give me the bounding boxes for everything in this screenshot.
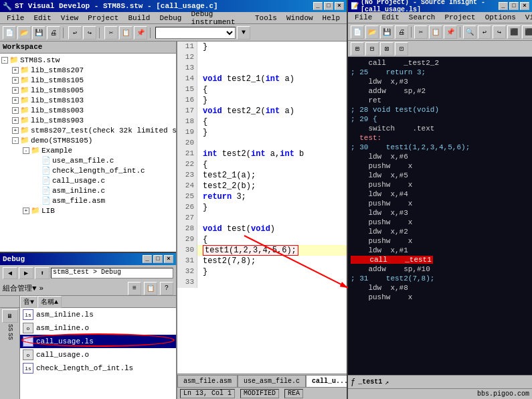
tree-lib005[interactable]: + 📁 lib_stm8s005	[1, 85, 175, 95]
tree-lib103[interactable]: + 📁 lib_stm8s103	[1, 95, 175, 105]
tree-call-usage[interactable]: 📄 call_usage.c	[1, 175, 175, 185]
undo-button[interactable]: ↩	[68, 26, 82, 39]
right-tb-4[interactable]: 🖨	[395, 25, 408, 39]
group-manage-expand[interactable]: »	[39, 285, 44, 293]
right-tb2-4[interactable]: ⊡	[395, 42, 408, 56]
right-tb-3[interactable]: 💾	[380, 25, 393, 39]
debug-item-call-usage-o[interactable]: o call_usage.o	[20, 348, 176, 362]
debug-close[interactable]: ×	[164, 255, 173, 263]
right-close[interactable]: ×	[520, 2, 529, 10]
debug-view-btn1[interactable]: ≡	[128, 282, 141, 295]
right-menu-edit[interactable]: Edit	[377, 13, 403, 22]
right-tb-1[interactable]: 📄	[351, 25, 364, 39]
right-maximize[interactable]: □	[509, 2, 519, 10]
maximize-button[interactable]: □	[324, 2, 333, 10]
rc-line-ldw3: ldw x,#3	[351, 77, 529, 86]
tree-asm-file[interactable]: 📄 asm_file.asm	[1, 195, 175, 206]
right-tb-7[interactable]: 📌	[444, 25, 457, 39]
save-button[interactable]: 💾	[32, 26, 46, 39]
code-editor[interactable]: 11 } 12 13 14 void	[177, 42, 347, 374]
right-menu-view[interactable]: View	[521, 13, 532, 22]
menu-window[interactable]: Window	[282, 13, 317, 23]
col-header-name[interactable]: 名稱▲	[37, 296, 62, 308]
open-button[interactable]: 📂	[17, 26, 31, 39]
right-tb-6[interactable]: 📋	[429, 25, 442, 39]
combo-btn[interactable]: ▼	[237, 26, 250, 39]
copy-button[interactable]: 📋	[119, 26, 132, 39]
right-tb-10[interactable]: ↪	[493, 25, 506, 39]
tree-check-len[interactable]: 📄 check_length_of_int.c	[1, 165, 175, 175]
debug-forward-button[interactable]: ▶	[19, 267, 33, 279]
right-tb-11[interactable]: ⬛	[507, 25, 521, 39]
debug-back-button[interactable]: ◀	[3, 267, 17, 279]
close-button[interactable]: ×	[335, 2, 344, 10]
tree-demo[interactable]: - 📁 demo(STM8S105)	[1, 135, 175, 145]
toolbar-combo[interactable]	[155, 27, 236, 39]
right-tb-2[interactable]: 📂	[365, 25, 379, 39]
rc-text-call-test1: call _test1	[351, 256, 433, 264]
debug-help-btn[interactable]: ?	[160, 282, 173, 295]
debug-minimize[interactable]: _	[143, 255, 152, 263]
tree-lib[interactable]: + 📁 LIB	[1, 206, 175, 216]
207test-expand[interactable]: +	[12, 127, 19, 134]
tab-asm-file[interactable]: asm_file.asm	[177, 375, 238, 387]
right-menu-options[interactable]: Options	[481, 13, 520, 22]
right-tb-12[interactable]: ⬛	[522, 25, 532, 39]
tree-lib903[interactable]: + 📁 lib_stm8s903	[1, 115, 175, 125]
menu-view[interactable]: View	[57, 13, 82, 23]
lib903-expand[interactable]: +	[12, 117, 19, 124]
right-menu-file[interactable]: File	[351, 13, 376, 22]
tree-207test[interactable]: + 📁 stm8s207_test(check 32k limited size…	[1, 125, 175, 135]
right-tb2-3[interactable]: ⊠	[380, 42, 393, 56]
menu-debug[interactable]: Debug	[155, 13, 185, 23]
right-tb-5[interactable]: ✂	[414, 25, 428, 39]
debug-view-btn2[interactable]: 📋	[144, 282, 157, 295]
right-tb2-2[interactable]: ⊟	[365, 42, 379, 56]
right-tb-9[interactable]: ↩	[478, 25, 491, 39]
right-minimize[interactable]: _	[499, 2, 508, 10]
menu-help[interactable]: Help	[319, 13, 344, 23]
tree-lib003[interactable]: + 📁 lib_stm8s003	[1, 105, 175, 115]
tab-call-usage[interactable]: call_u...	[306, 375, 347, 387]
print-button[interactable]: 🖨	[47, 26, 60, 39]
right-tb2-1[interactable]: ⊞	[351, 42, 364, 56]
example-expand[interactable]: -	[23, 147, 29, 154]
lib-expand[interactable]: +	[23, 208, 29, 214]
tree-lib207[interactable]: + 📁 lib_stm8s207	[1, 65, 175, 75]
tree-lib105[interactable]: + 📁 lib_stm8s105	[1, 75, 175, 85]
debug-item-asm-inline-o[interactable]: o asm_inline.o	[20, 321, 176, 335]
tab-use-asm[interactable]: use_asm_file.c	[238, 375, 306, 387]
tree-example[interactable]: - 📁 Example	[1, 145, 175, 155]
debug-item-call-usage-ls[interactable]: ls call_usage.ls	[20, 335, 176, 348]
root-expand[interactable]: -	[1, 57, 8, 64]
lib207-expand[interactable]: +	[12, 67, 19, 74]
menu-tools[interactable]: Tools	[251, 13, 281, 23]
redo-button[interactable]: ↪	[83, 26, 96, 39]
lib005-expand[interactable]: +	[12, 87, 19, 94]
side-btn-1[interactable]: 🖥	[2, 309, 18, 323]
menu-project[interactable]: Project	[84, 13, 122, 23]
debug-up-button[interactable]: ⬆	[35, 267, 50, 279]
cut-button[interactable]: ✂	[104, 26, 118, 39]
lib003-expand[interactable]: +	[12, 107, 19, 114]
debug-item-asm-inline-ls[interactable]: ls asm_inline.ls	[20, 308, 176, 321]
menu-build[interactable]: Build	[124, 13, 154, 23]
demo-expand[interactable]: -	[12, 137, 19, 144]
right-menu-search[interactable]: Search	[405, 13, 440, 22]
lib103-expand[interactable]: +	[12, 97, 19, 104]
right-code-area[interactable]: call _test2_2 ; 25 return 3; ldw x,#3 ad…	[348, 57, 532, 375]
col-header-sound[interactable]: 音▼	[20, 296, 37, 308]
tree-asm-inline[interactable]: 📄 asm_inline.c	[1, 185, 175, 195]
paste-button[interactable]: 📌	[134, 26, 147, 39]
debug-item-check-len-ls[interactable]: ls check_length_of_int.ls	[20, 362, 176, 375]
minimize-button[interactable]: _	[313, 2, 323, 10]
tree-root[interactable]: - 📁 STM8S.stw	[1, 55, 175, 65]
tree-use-asm[interactable]: 📄 use_asm_file.c	[1, 155, 175, 165]
right-tb-8[interactable]: 🔍	[463, 25, 476, 39]
debug-maximize[interactable]: □	[153, 255, 163, 263]
lib105-expand[interactable]: +	[12, 77, 19, 84]
new-button[interactable]: 📄	[3, 26, 16, 39]
menu-file[interactable]: File	[3, 13, 28, 23]
menu-edit[interactable]: Edit	[29, 13, 55, 23]
right-menu-project[interactable]: Project	[440, 13, 479, 22]
